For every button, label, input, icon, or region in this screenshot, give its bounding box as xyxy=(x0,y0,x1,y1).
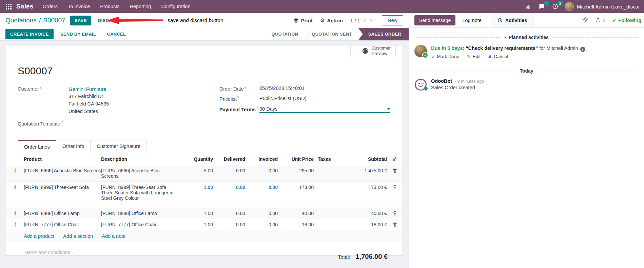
drag-handle-icon[interactable]: ▲▼ xyxy=(6,222,24,227)
cell-description[interactable]: [FURN_8999] Three-Seat SofaThree Seater … xyxy=(101,185,179,201)
create-invoice-button[interactable]: CREATE INVOICE xyxy=(5,29,54,39)
state-quotation[interactable]: QUOTATION xyxy=(265,28,304,40)
pager-next-icon[interactable]: › xyxy=(370,17,372,23)
delete-row-button[interactable] xyxy=(387,222,403,227)
col-subtotal[interactable]: Subtotal xyxy=(340,156,387,162)
chevron-down-icon[interactable] xyxy=(387,108,390,110)
customer-preview-button[interactable]: Customer Preview xyxy=(357,45,396,57)
payment-terms-input[interactable]: 30 Days xyxy=(259,106,390,113)
payment-terms-value: 30 Days xyxy=(259,106,277,112)
cell-product[interactable]: [FURN_8999] Three-Seat Sofa xyxy=(24,185,101,190)
table-row[interactable]: ▲▼ [FURN_8999] Three-Seat Sofa [FURN_899… xyxy=(6,182,403,208)
pricelist-value[interactable]: Public Pricelist (USD) xyxy=(259,96,307,102)
tab-order-lines[interactable]: Order Lines xyxy=(18,140,56,153)
cancel-activity-button[interactable]: ✖Cancel xyxy=(488,54,508,59)
following-button[interactable]: ✔ Following xyxy=(612,18,641,23)
cell-quantity[interactable]: 1.00 xyxy=(179,185,213,190)
cell-product[interactable]: [FURN_7777] Office Chair xyxy=(24,222,101,227)
terms-placeholder[interactable]: Terms and conditions... xyxy=(24,250,74,261)
cancel-button[interactable]: CANCEL xyxy=(103,29,130,39)
add-a-section-link[interactable]: Add a section xyxy=(63,233,93,239)
cell-unit-price[interactable]: 295.00 xyxy=(278,168,314,173)
cell-description[interactable]: [FURN_6666] Acoustic Bloc Screens xyxy=(101,168,179,179)
send-message-button[interactable]: Send message xyxy=(414,15,455,25)
cell-invoiced[interactable]: 0.00 xyxy=(245,185,278,190)
cell-unit-price[interactable]: 173.00 xyxy=(278,185,314,190)
message-author[interactable]: OdooBot xyxy=(431,78,452,84)
cell-invoiced[interactable]: 0.00 xyxy=(245,168,278,173)
add-a-product-link[interactable]: Add a product xyxy=(24,233,54,239)
delete-row-button[interactable] xyxy=(387,168,403,173)
pager-previous-icon[interactable]: ‹ xyxy=(364,17,366,23)
breadcrumb-quotations[interactable]: Quotations xyxy=(5,17,37,24)
messages-icon[interactable]: 4 xyxy=(538,3,545,10)
action-button[interactable]: ⚙ Action xyxy=(320,17,343,23)
log-note-button[interactable]: Log note xyxy=(457,15,486,25)
cell-delivered[interactable]: 0.00 xyxy=(213,222,245,227)
table-row[interactable]: ▲▼ [FURN_6666] Acoustic Bloc Screens [FU… xyxy=(6,165,403,182)
app-title[interactable]: Sales xyxy=(16,3,34,10)
menu-orders[interactable]: Orders xyxy=(38,1,62,12)
menu-configuration[interactable]: Configuration xyxy=(157,1,195,12)
table-row[interactable]: ▲▼ [FURN_8888] Office Lamp [FURN_8888] O… xyxy=(6,208,403,219)
cell-invoiced[interactable]: 0.00 xyxy=(245,222,278,227)
cell-delivered[interactable]: 0.00 xyxy=(213,211,245,216)
col-unit-price[interactable]: Unit Price xyxy=(278,156,314,162)
cell-quantity[interactable]: 1.00 xyxy=(179,222,213,227)
status-pipeline: QUOTATION QUOTATION SENT SALES ORDER xyxy=(265,28,409,40)
mark-done-button[interactable]: ✔Mark Done xyxy=(431,54,459,59)
customer-link[interactable]: Gemini Furniture xyxy=(69,85,109,93)
optional-columns-button[interactable] xyxy=(387,156,403,162)
activities-clock-icon[interactable]: 2 xyxy=(551,3,559,10)
order-date-value[interactable]: 05/25/2023 15:40:01 xyxy=(259,85,305,92)
activities-tab[interactable]: Activities xyxy=(491,13,533,27)
drag-handle-icon[interactable]: ▲▼ xyxy=(6,185,24,189)
col-quantity[interactable]: Quantity xyxy=(179,156,213,162)
tab-customer-signature[interactable]: Customer Signature xyxy=(90,140,147,153)
user-menu[interactable]: Mitchell Admin (save_discar xyxy=(565,2,640,11)
debug-bug-icon[interactable] xyxy=(524,3,532,10)
table-row[interactable]: ▲▼ [FURN_7777] Office Chair [FURN_7777] … xyxy=(6,219,403,230)
print-button[interactable]: Print xyxy=(293,18,313,23)
discard-button[interactable]: DISCARD xyxy=(95,16,122,25)
add-a-note-link[interactable]: Add a note xyxy=(102,233,125,239)
cell-quantity[interactable]: 1.00 xyxy=(179,211,213,216)
activity-avatar xyxy=(414,45,427,57)
menu-reporting[interactable]: Reporting xyxy=(125,1,156,12)
edit-activity-button[interactable]: ✎Edit xyxy=(467,54,481,59)
cell-invoiced[interactable]: 0.00 xyxy=(245,211,278,216)
col-invoiced[interactable]: Invoiced xyxy=(245,156,278,162)
col-description[interactable]: Description xyxy=(101,156,179,162)
col-delivered[interactable]: Delivered xyxy=(213,156,245,162)
activity-due: Due in 5 days: xyxy=(431,45,464,51)
cell-quantity[interactable]: 5.00 xyxy=(179,168,213,173)
col-product[interactable]: Product xyxy=(24,156,101,162)
cell-unit-price[interactable]: 40.00 xyxy=(278,211,314,216)
cell-description[interactable]: [FURN_8888] Office Lamp xyxy=(101,211,179,216)
state-quotation-sent[interactable]: QUOTATION SENT xyxy=(306,28,358,40)
cell-product[interactable]: [FURN_8888] Office Lamp xyxy=(24,211,101,216)
info-icon[interactable]: i xyxy=(580,47,585,52)
cell-delivered[interactable]: 0.00 xyxy=(213,168,245,173)
send-by-email-button[interactable]: SEND BY EMAIL xyxy=(56,29,100,39)
cell-description[interactable]: [FURN_7777] Office Chair xyxy=(101,222,179,227)
attachments-button[interactable] xyxy=(582,17,588,24)
drag-handle-icon[interactable]: ▲▼ xyxy=(6,168,24,173)
col-taxes[interactable]: Taxes xyxy=(314,156,340,162)
apps-grid-icon[interactable] xyxy=(3,1,14,12)
cell-product[interactable]: [FURN_6666] Acoustic Bloc Screens xyxy=(24,168,101,173)
menu-products[interactable]: Products xyxy=(96,1,124,12)
save-button[interactable]: SAVE xyxy=(70,16,91,25)
state-sales-order[interactable]: SALES ORDER xyxy=(358,28,409,40)
delete-row-button[interactable] xyxy=(387,185,403,190)
delete-row-button[interactable] xyxy=(387,211,403,216)
cell-delivered[interactable]: 0.00 xyxy=(213,185,245,190)
customer-label: Customer? xyxy=(18,85,69,115)
cell-unit-price[interactable]: 18.00 xyxy=(278,222,314,227)
tab-other-info[interactable]: Other Info xyxy=(56,140,91,153)
planned-activities-toggle[interactable]: ▾ Planned activities xyxy=(504,35,549,40)
new-button[interactable]: New xyxy=(382,15,403,25)
menu-to-invoice[interactable]: To Invoice xyxy=(63,1,94,12)
drag-handle-icon[interactable]: ▲▼ xyxy=(6,211,24,215)
followers-button[interactable]: 2 xyxy=(595,17,605,23)
